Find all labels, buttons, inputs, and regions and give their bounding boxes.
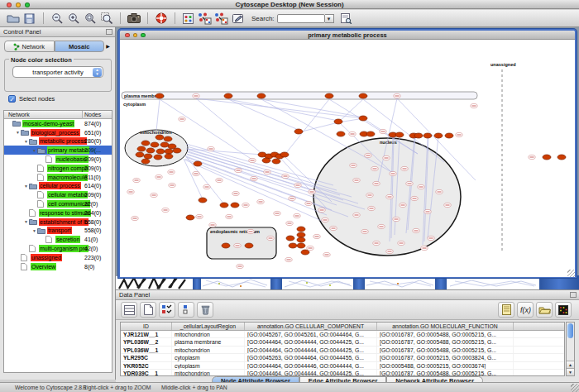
delete-attribute-icon[interactable] xyxy=(197,302,213,318)
annotations-icon[interactable] xyxy=(230,12,246,26)
tree-expand-icon[interactable]: ▼ xyxy=(31,228,37,233)
network-node-selected[interactable] xyxy=(294,129,303,134)
tab-overflow-icon[interactable]: ▶ xyxy=(104,41,112,52)
network-node-selected[interactable] xyxy=(222,243,230,248)
tree-row-multi-organism-pro[interactable]: multi-organism pro42(0) xyxy=(4,244,112,253)
network-node-selected[interactable] xyxy=(297,227,305,232)
table-row[interactable]: YKR052Ccytoplasm[GO:0044464, GO:0044446,… xyxy=(121,362,564,370)
scroll-up-icon[interactable]: ▲ xyxy=(567,361,574,368)
network-node-selected[interactable] xyxy=(325,93,333,98)
tree-row-overview[interactable]: Overview8(0) xyxy=(4,262,112,271)
network-node-selected[interactable] xyxy=(144,154,152,159)
network-node-selected[interactable] xyxy=(557,155,566,160)
tree-row-cellular-metabo[interactable]: cellular metabo209(0) xyxy=(4,190,112,199)
network-node-selected[interactable] xyxy=(543,155,551,160)
create-attribute-icon[interactable] xyxy=(140,302,156,318)
network-node-selected[interactable] xyxy=(297,237,305,242)
network-node-selected[interactable] xyxy=(359,116,367,121)
network-node-selected[interactable] xyxy=(257,93,266,98)
network-node-selected[interactable] xyxy=(156,149,165,154)
function-builder-icon[interactable]: f(x) xyxy=(517,302,534,318)
network-node-selected[interactable] xyxy=(359,93,367,98)
select-nodes-checkbox[interactable]: ✓ xyxy=(8,95,16,103)
table-row[interactable]: YJR121W__1mitochondrion[GO:0045267, GO:0… xyxy=(121,331,564,338)
network-node-selected[interactable] xyxy=(137,146,146,151)
import-attributes-icon[interactable] xyxy=(536,302,553,318)
search-dropdown-icon[interactable]: ▼ xyxy=(325,14,334,23)
tree-expand-icon[interactable]: ▼ xyxy=(23,139,29,144)
network-node-selected[interactable] xyxy=(434,133,443,138)
tree-row-metabolic-process[interactable]: ▼metabolic process280(0) xyxy=(4,137,112,146)
network-edge[interactable] xyxy=(196,98,262,154)
search-submit-icon[interactable] xyxy=(338,12,354,26)
zoom-out-icon[interactable] xyxy=(49,12,65,26)
select-attributes-icon[interactable] xyxy=(121,302,137,318)
table-row[interactable]: YPL036W__2plasma membrane[GO:0044464, GO… xyxy=(121,338,564,346)
apply-style-icon[interactable] xyxy=(213,12,229,26)
network-edge[interactable] xyxy=(261,99,364,117)
network-node-selected[interactable] xyxy=(414,133,423,138)
attribute-matrix-icon[interactable] xyxy=(555,302,572,318)
tree-row-nucleobase-[interactable]: nucleobase-209(0) xyxy=(4,155,112,164)
search-input[interactable] xyxy=(277,14,325,23)
tree-row-cellular-process[interactable]: ▼cellular process614(0) xyxy=(4,182,112,191)
tree-expand-icon[interactable]: ▼ xyxy=(23,219,29,224)
table-row[interactable]: YPL036W__1mitochondrion[GO:0044464, GO:0… xyxy=(121,347,564,354)
column-header-0[interactable]: ID xyxy=(121,323,172,330)
network-node-selected[interactable] xyxy=(154,155,162,160)
tree-row-nitrogen-compo[interactable]: nitrogen compo209(0) xyxy=(4,164,112,173)
tree-row-primary-metabo[interactable]: ▼primary metabo209(... xyxy=(4,146,112,155)
network-node-selected[interactable] xyxy=(262,158,270,163)
tab-mosaic[interactable]: Mosaic xyxy=(55,41,105,52)
view-resize-grip[interactable] xyxy=(567,270,575,277)
network-node-selected[interactable] xyxy=(289,243,297,248)
network-node-selected[interactable] xyxy=(395,132,404,137)
tree-row-biological-process[interactable]: ▼biological_process651(0) xyxy=(4,128,112,137)
table-scrollbar[interactable]: ▲ ▼ xyxy=(566,322,575,376)
table-row[interactable]: YDR039C__1mitochondrion[GO:0044464, GO:0… xyxy=(121,370,564,376)
table-row[interactable]: YLR295Ccytoplasm[GO:0045263, GO:0044464,… xyxy=(121,354,564,361)
tree-row-transport[interactable]: ▼transport558(0) xyxy=(4,227,112,236)
tree-row-cell-communicat[interactable]: cell communicat22(0) xyxy=(4,199,112,208)
network-node-selected[interactable] xyxy=(366,131,375,136)
network-node-selected[interactable] xyxy=(245,243,253,248)
column-header-2[interactable]: annotation.GO CELLULAR_COMPONENT xyxy=(245,323,377,330)
attribute-editor-icon[interactable] xyxy=(498,302,514,318)
tree-expand-icon[interactable]: ▼ xyxy=(15,130,21,135)
open-session-icon[interactable] xyxy=(5,12,21,26)
batch-unselect-attributes-icon[interactable] xyxy=(178,302,194,318)
network-canvas[interactable]: plasma membranecytoplasmmitochondrionnuc… xyxy=(120,40,575,277)
network-node-selected[interactable] xyxy=(301,250,309,255)
zoom-in-icon[interactable] xyxy=(65,12,81,26)
tree-expand-icon[interactable]: ▼ xyxy=(31,148,37,153)
snapshot-icon[interactable] xyxy=(126,12,141,26)
network-node-selected[interactable] xyxy=(337,131,345,136)
network-node-selected[interactable] xyxy=(156,135,164,140)
column-header-1[interactable]: _cellularLayoutRegion xyxy=(172,323,245,330)
node-color-combo[interactable]: transporter activity ▲▼ xyxy=(12,66,103,78)
network-node-selected[interactable] xyxy=(173,148,181,153)
network-node-selected[interactable] xyxy=(423,133,432,138)
zoom-fit-icon[interactable] xyxy=(82,12,98,26)
network-edge[interactable] xyxy=(196,98,363,118)
network-node-selected[interactable] xyxy=(141,141,150,146)
attribute-table[interactable]: ID_cellularLayoutRegionannotation.GO CEL… xyxy=(120,322,565,376)
network-node-selected[interactable] xyxy=(156,93,164,98)
float-data-panel-icon[interactable] xyxy=(570,292,577,298)
network-node-selected[interactable] xyxy=(164,136,172,141)
float-panel-icon[interactable] xyxy=(106,29,112,35)
tree-row-establishment-of-lo[interactable]: ▼establishment of lo558(0) xyxy=(4,218,112,227)
column-header-3[interactable]: annotation.GO MOLECULAR_FUNCTION xyxy=(377,323,514,330)
vizmapper-icon[interactable] xyxy=(180,12,196,26)
network-edge[interactable] xyxy=(156,99,160,131)
network-node-selected[interactable] xyxy=(334,119,342,124)
network-node-selected[interactable] xyxy=(199,198,207,203)
table-scrollbar-thumb[interactable] xyxy=(567,323,573,338)
tree-row-unassigned[interactable]: unassigned223(0) xyxy=(4,253,112,262)
tree-expand-icon[interactable]: ▼ xyxy=(23,184,29,189)
network-node-selected[interactable] xyxy=(160,142,169,147)
combo-stepper-icon[interactable]: ▲▼ xyxy=(93,68,102,77)
apply-layout-icon[interactable] xyxy=(197,12,213,26)
tree-row-macromolecule[interactable]: macromolecule311(0) xyxy=(4,173,112,182)
network-node-selected[interactable] xyxy=(186,215,194,220)
